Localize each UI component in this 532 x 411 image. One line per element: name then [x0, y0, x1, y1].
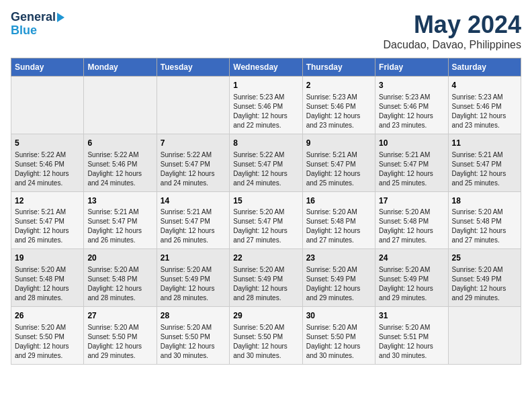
calendar-cell: 20Sunrise: 5:20 AMSunset: 5:48 PMDayligh…	[84, 249, 157, 307]
day-detail: Sunrise: 5:20 AMSunset: 5:47 PMDaylight:…	[233, 208, 298, 245]
day-detail: Sunrise: 5:20 AMSunset: 5:50 PMDaylight:…	[161, 323, 226, 361]
header-wednesday: Wednesday	[230, 58, 302, 77]
day-number: 19	[15, 253, 80, 264]
day-number: 10	[379, 138, 444, 149]
calendar-cell: 29Sunrise: 5:20 AMSunset: 5:50 PMDayligh…	[230, 307, 302, 365]
day-detail: Sunrise: 5:23 AMSunset: 5:46 PMDaylight:…	[452, 93, 517, 130]
title-block: May 2024 Dacudao, Davao, Philippines	[384, 11, 521, 51]
day-detail: Sunrise: 5:20 AMSunset: 5:51 PMDaylight:…	[379, 323, 444, 361]
day-number: 3	[379, 80, 444, 91]
calendar-cell: 10Sunrise: 5:21 AMSunset: 5:47 PMDayligh…	[375, 134, 448, 191]
calendar-cell	[84, 77, 157, 134]
calendar-cell: 25Sunrise: 5:20 AMSunset: 5:49 PMDayligh…	[448, 249, 521, 307]
calendar-week-2: 12Sunrise: 5:21 AMSunset: 5:47 PMDayligh…	[11, 191, 521, 249]
calendar-cell: 4Sunrise: 5:23 AMSunset: 5:46 PMDaylight…	[448, 77, 521, 134]
calendar-cell: 31Sunrise: 5:20 AMSunset: 5:51 PMDayligh…	[375, 307, 448, 365]
day-number: 11	[452, 138, 517, 149]
day-number: 20	[87, 253, 152, 264]
calendar-cell: 2Sunrise: 5:23 AMSunset: 5:46 PMDaylight…	[302, 77, 375, 134]
calendar-cell: 26Sunrise: 5:20 AMSunset: 5:50 PMDayligh…	[11, 307, 84, 365]
calendar-cell: 28Sunrise: 5:20 AMSunset: 5:50 PMDayligh…	[157, 307, 229, 365]
calendar-cell	[11, 77, 84, 134]
header-row: Sunday Monday Tuesday Wednesday Thursday…	[11, 58, 521, 77]
calendar-cell: 13Sunrise: 5:21 AMSunset: 5:47 PMDayligh…	[84, 191, 157, 249]
day-detail: Sunrise: 5:20 AMSunset: 5:48 PMDaylight:…	[15, 265, 80, 303]
day-number: 21	[161, 253, 226, 264]
day-number: 4	[452, 80, 517, 91]
calendar-cell: 19Sunrise: 5:20 AMSunset: 5:48 PMDayligh…	[11, 249, 84, 307]
day-detail: Sunrise: 5:20 AMSunset: 5:48 PMDaylight:…	[379, 208, 444, 245]
calendar-cell: 15Sunrise: 5:20 AMSunset: 5:47 PMDayligh…	[230, 191, 302, 249]
day-detail: Sunrise: 5:23 AMSunset: 5:46 PMDaylight:…	[379, 93, 444, 130]
day-detail: Sunrise: 5:21 AMSunset: 5:47 PMDaylight:…	[306, 150, 371, 188]
calendar-cell: 1Sunrise: 5:23 AMSunset: 5:46 PMDaylight…	[230, 77, 302, 134]
calendar-cell: 16Sunrise: 5:20 AMSunset: 5:48 PMDayligh…	[302, 191, 375, 249]
calendar-cell: 27Sunrise: 5:20 AMSunset: 5:50 PMDayligh…	[84, 307, 157, 365]
calendar-week-4: 26Sunrise: 5:20 AMSunset: 5:50 PMDayligh…	[11, 307, 521, 365]
calendar-table: Sunday Monday Tuesday Wednesday Thursday…	[11, 58, 521, 365]
day-detail: Sunrise: 5:22 AMSunset: 5:47 PMDaylight:…	[233, 150, 298, 188]
calendar-cell: 21Sunrise: 5:20 AMSunset: 5:49 PMDayligh…	[157, 249, 229, 307]
calendar-title: May 2024	[384, 11, 521, 39]
day-detail: Sunrise: 5:23 AMSunset: 5:46 PMDaylight:…	[233, 93, 298, 130]
logo: General Blue	[11, 11, 64, 38]
calendar-cell: 23Sunrise: 5:20 AMSunset: 5:49 PMDayligh…	[302, 249, 375, 307]
day-detail: Sunrise: 5:23 AMSunset: 5:46 PMDaylight:…	[306, 93, 371, 130]
day-number: 24	[379, 253, 444, 264]
day-detail: Sunrise: 5:20 AMSunset: 5:50 PMDaylight:…	[87, 323, 152, 361]
calendar-cell: 18Sunrise: 5:20 AMSunset: 5:48 PMDayligh…	[448, 191, 521, 249]
day-number: 7	[161, 138, 226, 149]
day-detail: Sunrise: 5:20 AMSunset: 5:49 PMDaylight:…	[233, 265, 298, 303]
header-sunday: Sunday	[11, 58, 84, 77]
day-detail: Sunrise: 5:20 AMSunset: 5:50 PMDaylight:…	[306, 323, 371, 361]
calendar-header: Sunday Monday Tuesday Wednesday Thursday…	[11, 58, 521, 77]
day-number: 2	[306, 80, 371, 91]
calendar-cell: 8Sunrise: 5:22 AMSunset: 5:47 PMDaylight…	[230, 134, 302, 191]
page-header: General Blue May 2024 Dacudao, Davao, Ph…	[11, 11, 521, 51]
day-detail: Sunrise: 5:21 AMSunset: 5:47 PMDaylight:…	[15, 208, 80, 245]
calendar-cell: 11Sunrise: 5:21 AMSunset: 5:47 PMDayligh…	[448, 134, 521, 191]
day-detail: Sunrise: 5:20 AMSunset: 5:48 PMDaylight:…	[87, 265, 152, 303]
logo-arrow-icon	[57, 13, 64, 22]
calendar-cell: 3Sunrise: 5:23 AMSunset: 5:46 PMDaylight…	[375, 77, 448, 134]
day-detail: Sunrise: 5:20 AMSunset: 5:49 PMDaylight:…	[452, 265, 517, 303]
day-number: 18	[452, 195, 517, 207]
day-number: 16	[306, 195, 371, 207]
day-number: 1	[233, 80, 298, 91]
calendar-cell	[157, 77, 229, 134]
calendar-cell: 6Sunrise: 5:22 AMSunset: 5:46 PMDaylight…	[84, 134, 157, 191]
day-detail: Sunrise: 5:20 AMSunset: 5:50 PMDaylight:…	[15, 323, 80, 361]
calendar-cell: 17Sunrise: 5:20 AMSunset: 5:48 PMDayligh…	[375, 191, 448, 249]
calendar-cell: 9Sunrise: 5:21 AMSunset: 5:47 PMDaylight…	[302, 134, 375, 191]
header-thursday: Thursday	[302, 58, 375, 77]
day-number: 27	[87, 310, 152, 322]
day-number: 29	[233, 310, 298, 322]
day-detail: Sunrise: 5:20 AMSunset: 5:49 PMDaylight:…	[306, 265, 371, 303]
logo-text-blue: Blue	[11, 24, 37, 38]
day-number: 30	[306, 310, 371, 322]
header-saturday: Saturday	[448, 58, 521, 77]
day-detail: Sunrise: 5:20 AMSunset: 5:48 PMDaylight:…	[306, 208, 371, 245]
calendar-cell: 24Sunrise: 5:20 AMSunset: 5:49 PMDayligh…	[375, 249, 448, 307]
day-number: 9	[306, 138, 371, 149]
calendar-body: 1Sunrise: 5:23 AMSunset: 5:46 PMDaylight…	[11, 77, 521, 365]
day-number: 12	[15, 195, 80, 207]
day-detail: Sunrise: 5:21 AMSunset: 5:47 PMDaylight:…	[161, 208, 226, 245]
day-detail: Sunrise: 5:20 AMSunset: 5:50 PMDaylight:…	[233, 323, 298, 361]
day-number: 5	[15, 138, 80, 149]
calendar-cell: 30Sunrise: 5:20 AMSunset: 5:50 PMDayligh…	[302, 307, 375, 365]
day-number: 15	[233, 195, 298, 207]
day-detail: Sunrise: 5:22 AMSunset: 5:47 PMDaylight:…	[161, 150, 226, 188]
day-detail: Sunrise: 5:21 AMSunset: 5:47 PMDaylight:…	[452, 150, 517, 188]
day-number: 22	[233, 253, 298, 264]
day-detail: Sunrise: 5:22 AMSunset: 5:46 PMDaylight:…	[15, 150, 80, 188]
calendar-week-1: 5Sunrise: 5:22 AMSunset: 5:46 PMDaylight…	[11, 134, 521, 191]
day-detail: Sunrise: 5:20 AMSunset: 5:49 PMDaylight:…	[161, 265, 226, 303]
day-detail: Sunrise: 5:20 AMSunset: 5:49 PMDaylight:…	[379, 265, 444, 303]
calendar-cell: 7Sunrise: 5:22 AMSunset: 5:47 PMDaylight…	[157, 134, 229, 191]
day-detail: Sunrise: 5:22 AMSunset: 5:46 PMDaylight:…	[87, 150, 152, 188]
day-number: 13	[87, 195, 152, 207]
day-number: 26	[15, 310, 80, 322]
day-number: 14	[161, 195, 226, 207]
day-number: 6	[87, 138, 152, 149]
